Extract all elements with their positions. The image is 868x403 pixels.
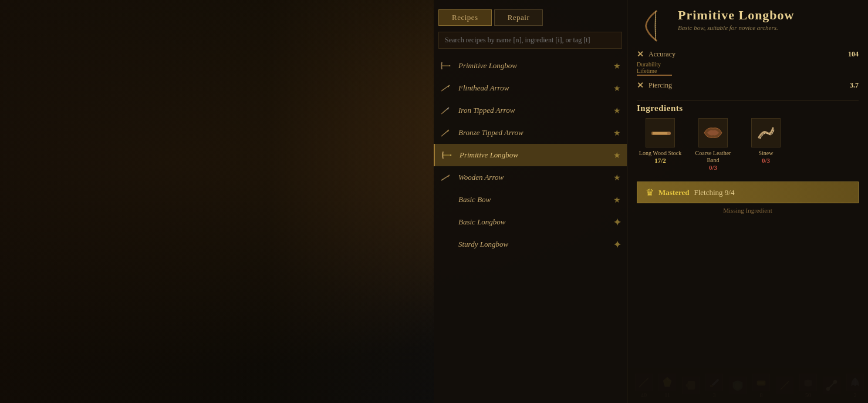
stat-x-icon: ✕ — [637, 49, 644, 59]
ingredient-icon-wood-stock — [646, 118, 675, 147]
recipe-items-list: Primitive Longbow ★ Flinthead Arrow ★ — [434, 52, 627, 403]
recipe-item-icon — [438, 126, 452, 140]
recipe-list-panel: Recipes Repair Primitive Longbow ★ — [434, 0, 627, 403]
item-header: Primitive Longbow Basic bow, suitable fo… — [637, 8, 859, 43]
recipe-item-name: Sturdy Longbow — [458, 240, 613, 249]
stat-value: 3.7 — [841, 81, 859, 90]
cross-icon: ✦ — [613, 239, 621, 250]
stat-value: 104 — [841, 50, 859, 59]
recipe-item[interactable]: Bronze Tipped Arrow ★ — [434, 122, 627, 144]
recipe-item-icon — [438, 170, 452, 184]
detail-panel: Primitive Longbow Basic bow, suitable fo… — [627, 0, 868, 403]
recipe-item[interactable]: Flinthead Arrow ★ — [434, 77, 627, 99]
item-title: Primitive Longbow — [678, 8, 859, 22]
recipe-item[interactable]: Basic Longbow ✦ — [434, 211, 627, 233]
background-figure — [0, 0, 446, 403]
lifetime-label: Lifetime — [637, 68, 859, 74]
recipe-item-icon — [438, 215, 452, 229]
recipe-item-name: Primitive Longbow — [458, 61, 611, 70]
stat-name: Piercing — [649, 81, 841, 90]
tab-recipes[interactable]: Recipes — [438, 9, 492, 26]
recipe-item-icon — [438, 237, 452, 251]
recipe-item-name: Flinthead Arrow — [458, 83, 611, 93]
ingredient-item-wood-stock: Long Wood Stock 17/2 — [637, 118, 684, 171]
recipe-item-name: Bronze Tipped Arrow — [458, 128, 611, 137]
mastered-text: Mastered — [658, 188, 689, 197]
ingredient-item-sinew: Sinew 0/3 — [742, 118, 789, 171]
fletching-text: Fletching 9/4 — [694, 188, 734, 197]
recipe-item-icon — [438, 103, 452, 117]
star-icon: ★ — [613, 61, 621, 71]
recipe-item-name: Primitive Longbow — [460, 150, 611, 160]
recipe-item-icon — [440, 148, 454, 162]
tab-repair[interactable]: Repair — [494, 9, 543, 26]
crown-icon: ♛ — [646, 187, 654, 198]
search-input[interactable] — [438, 32, 622, 49]
cross-icon: ✦ — [613, 217, 621, 228]
ui-panel: Recipes Repair Primitive Longbow ★ — [434, 0, 868, 403]
durability-bar: Durability Lifetime — [637, 61, 859, 76]
recipe-item-name: Basic Bow — [458, 195, 611, 204]
recipe-item-name: Basic Longbow — [458, 217, 613, 227]
star-icon: ★ — [613, 106, 621, 116]
stat-name: Accuracy — [649, 50, 841, 59]
ingredient-name: Sinew — [759, 150, 774, 157]
recipe-item[interactable]: Iron Tipped Arrow ★ — [434, 99, 627, 122]
ingredient-name: Coarse Leather Band — [690, 150, 737, 164]
item-subtitle: Basic bow, suitable for novice archers. — [678, 24, 859, 31]
star-icon: ★ — [613, 128, 621, 138]
recipe-item[interactable]: Sturdy Longbow ✦ — [434, 233, 627, 256]
ingredients-title: Ingredients — [637, 103, 859, 113]
star-icon: ★ — [613, 83, 621, 93]
svg-marker-2 — [449, 65, 451, 66]
ingredient-count: 17/2 — [654, 157, 666, 164]
recipe-item[interactable]: Basic Bow ★ — [434, 189, 627, 211]
svg-marker-14 — [450, 155, 452, 156]
recipe-item-selected[interactable]: Primitive Longbow ★ — [434, 144, 627, 166]
star-icon: ★ — [613, 150, 621, 160]
svg-rect-19 — [653, 132, 668, 135]
stat-divider — [637, 100, 859, 101]
ingredient-count: 0/3 — [709, 164, 717, 171]
stat-row-piercing: ✕ Piercing 3.7 — [637, 80, 859, 90]
ingredients-grid: Long Wood Stock 17/2 Coarse Leather Band… — [637, 118, 859, 171]
ingredient-icon-sinew — [751, 118, 781, 147]
recipe-item[interactable]: Primitive Longbow ★ — [434, 55, 627, 77]
recipe-item-icon — [438, 193, 452, 207]
durability-label: Durability — [637, 61, 859, 68]
missing-ingredient-text: Missing Ingredient — [637, 207, 859, 214]
star-icon: ★ — [613, 173, 621, 183]
star-icon: ★ — [613, 195, 621, 205]
stats-section: ✕ Accuracy 104 Durability Lifetime ✕ Pie… — [637, 49, 859, 92]
mastered-bar: ♛ Mastered Fletching 9/4 — [637, 182, 859, 203]
stat-row-accuracy: ✕ Accuracy 104 — [637, 49, 859, 59]
ingredient-count: 0/3 — [762, 157, 770, 164]
item-title-area: Primitive Longbow Basic bow, suitable fo… — [678, 8, 859, 31]
ingredient-item-leather-band: Coarse Leather Band 0/3 — [690, 118, 737, 171]
recipe-item[interactable]: Wooden Arrow ★ — [434, 166, 627, 189]
ingredient-icon-leather-band — [698, 118, 728, 147]
svg-point-20 — [667, 132, 671, 135]
recipe-item-name: Wooden Arrow — [458, 173, 611, 182]
recipe-item-name: Iron Tipped Arrow — [458, 106, 611, 115]
recipe-item-icon — [438, 81, 452, 95]
ingredient-name: Long Wood Stock — [639, 150, 681, 157]
item-image — [637, 8, 672, 43]
svg-line-15 — [441, 175, 450, 180]
stat-x-icon: ✕ — [637, 80, 644, 90]
tab-bar: Recipes Repair — [434, 5, 627, 28]
durability-line — [637, 75, 672, 76]
recipe-item-icon — [438, 59, 452, 73]
